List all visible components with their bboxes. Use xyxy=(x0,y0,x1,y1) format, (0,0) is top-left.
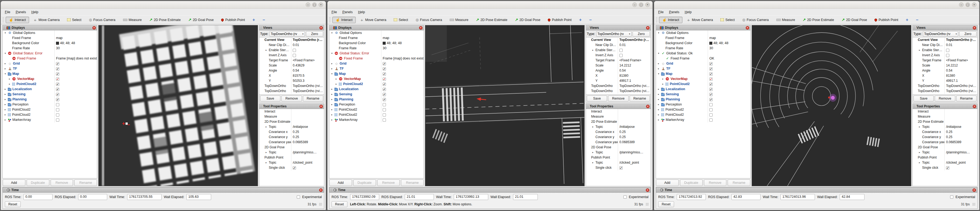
expand-closed-icon[interactable]: ▸ xyxy=(331,117,333,122)
tree-row[interactable]: Covariance x0.25 xyxy=(259,130,324,135)
enable-checkbox[interactable] xyxy=(383,118,386,122)
enable-checkbox[interactable] xyxy=(383,78,386,81)
tree-row[interactable]: Target Frame<Fixed Frame> xyxy=(259,58,324,63)
rename-view-button[interactable]: Rename xyxy=(630,95,650,102)
enable-checkbox[interactable] xyxy=(946,166,949,170)
expand-closed-icon[interactable]: ▸ xyxy=(4,61,7,66)
tree-row[interactable]: Background Color48; 48; 48 xyxy=(656,41,750,46)
tree-row[interactable]: Publish Point xyxy=(586,155,651,160)
expand-closed-icon[interactable]: ▸ xyxy=(265,150,268,155)
close-panel-button[interactable]: × xyxy=(646,105,649,108)
enable-checkbox[interactable] xyxy=(383,108,386,111)
close-panel-button[interactable]: × xyxy=(972,189,976,192)
enable-checkbox[interactable] xyxy=(293,54,296,57)
tree-row[interactable]: ▸Enable Ster… xyxy=(259,48,324,53)
close-panel-button[interactable]: × xyxy=(973,26,976,30)
expand-closed-icon[interactable]: ▸ xyxy=(592,160,594,165)
add-tool-button[interactable] xyxy=(576,16,585,24)
tree-row[interactable]: ▸Sensing xyxy=(656,92,750,97)
expand-open-icon[interactable]: ▾ xyxy=(657,51,660,56)
tree-row[interactable]: Covariance y0.25 xyxy=(913,135,977,140)
tree-row[interactable]: Fixed FrameFrame [map] does not exist xyxy=(3,56,97,61)
tool-button-measure[interactable]: Measure xyxy=(447,17,472,23)
panel-grip-handle[interactable] xyxy=(331,26,332,29)
tree-row[interactable]: Background Color48; 48; 48 xyxy=(329,41,424,46)
time-field-value[interactable]: 0.00 xyxy=(24,194,52,200)
enable-checkbox[interactable] xyxy=(383,93,386,96)
tree-row[interactable]: ▾Global Options xyxy=(3,30,97,35)
menu-item-help[interactable]: Help xyxy=(355,10,368,14)
panel-grip-handle[interactable] xyxy=(657,189,659,192)
expand-closed-icon[interactable]: ▸ xyxy=(918,160,921,165)
tree-row[interactable]: ▸PointCloud2 xyxy=(3,107,97,112)
close-panel-button[interactable]: × xyxy=(419,26,423,30)
tree-row[interactable]: ▸TF xyxy=(656,66,750,71)
enable-checkbox[interactable] xyxy=(710,78,713,81)
resize-grip[interactable] xyxy=(972,203,975,206)
expand-open-icon[interactable]: ▾ xyxy=(331,51,333,56)
tree-row[interactable]: ▸Topic/clicked_point xyxy=(259,160,324,165)
expand-open-icon[interactable]: ▾ xyxy=(4,71,7,76)
tree-row[interactable]: Single click xyxy=(913,165,977,170)
enable-checkbox[interactable] xyxy=(56,103,59,106)
tree-row[interactable]: TopDownOrthoTopDownOrtho (rvi… xyxy=(586,89,651,94)
tree-row[interactable]: ▸PointCloud2 xyxy=(3,112,97,117)
expand-closed-icon[interactable]: ▸ xyxy=(335,81,338,87)
toolbar-drag-handle[interactable] xyxy=(2,17,4,23)
tree-row[interactable]: ▸Planning xyxy=(656,97,750,102)
enable-checkbox[interactable] xyxy=(383,82,386,86)
tree-row[interactable]: Interact xyxy=(259,109,324,114)
tree-row[interactable]: X81570.5 xyxy=(259,73,324,78)
expand-closed-icon[interactable]: ▸ xyxy=(4,92,7,97)
enable-checkbox[interactable] xyxy=(383,88,386,91)
tree-row[interactable]: 2D Pose Estimate xyxy=(586,119,651,124)
menu-item-help[interactable]: Help xyxy=(682,10,694,14)
tree-row[interactable]: Publish Point xyxy=(913,155,977,160)
toolbar-drag-handle[interactable] xyxy=(329,17,331,23)
tree-row[interactable]: 2D Pose Estimate xyxy=(259,119,324,124)
tree-row[interactable]: ▸VectorMap xyxy=(329,76,424,81)
rename-view-button[interactable]: Rename xyxy=(956,95,977,102)
expand-closed-icon[interactable]: ▸ xyxy=(265,48,268,53)
tree-row[interactable]: Fixed Framemap xyxy=(656,35,750,41)
menu-item-panels[interactable]: Panels xyxy=(13,10,28,14)
remove-view-button[interactable]: Remove xyxy=(282,95,302,102)
tree-row[interactable]: ▸Localization xyxy=(3,87,97,92)
tree-row[interactable]: Covariance yaw0.0685389 xyxy=(259,140,324,145)
3d-viewport[interactable] xyxy=(425,25,585,186)
tree-row[interactable]: ▸Topic/clicked_point xyxy=(913,160,977,165)
enable-checkbox[interactable] xyxy=(710,82,713,86)
tree-row[interactable]: ▸Sensing xyxy=(3,92,97,97)
enable-checkbox[interactable] xyxy=(56,98,59,101)
tree-row[interactable]: ▸Topic/initialpose xyxy=(913,124,977,130)
expand-closed-icon[interactable]: ▸ xyxy=(335,76,338,81)
enable-checkbox[interactable] xyxy=(710,108,713,111)
tree-row[interactable]: Scale14.2212 xyxy=(586,63,651,68)
panel-grip-handle[interactable] xyxy=(331,189,332,192)
menu-item-file[interactable]: File xyxy=(656,10,666,14)
expand-open-icon[interactable]: ▾ xyxy=(657,71,660,76)
tree-row[interactable]: ▸Enable Ster… xyxy=(586,48,651,53)
expand-closed-icon[interactable]: ▸ xyxy=(331,107,333,112)
tree-row[interactable]: Y49917.1 xyxy=(913,78,977,83)
tool-button-pose-estimate[interactable]: 2D Pose Estimate xyxy=(146,16,184,23)
remove-tool-button[interactable] xyxy=(259,16,268,24)
enable-checkbox[interactable] xyxy=(946,49,949,52)
panel-grip-handle[interactable] xyxy=(4,26,5,29)
tree-row[interactable]: ▸Grid xyxy=(3,61,97,66)
time-field-value[interactable]: 1761723705.55 xyxy=(127,194,162,200)
reset-button[interactable]: Reset xyxy=(5,201,21,207)
remove-tool-button[interactable] xyxy=(913,16,921,24)
tree-row[interactable]: ▾Global Status: Ok xyxy=(656,51,750,56)
minimize-button[interactable]: – xyxy=(305,2,310,7)
tool-button-select[interactable]: Select xyxy=(717,17,738,23)
tree-row[interactable]: Target Frame<Fixed Frame> xyxy=(913,58,977,63)
expand-closed-icon[interactable]: ▸ xyxy=(331,102,333,107)
close-panel-button[interactable]: × xyxy=(320,105,323,108)
tree-row[interactable]: ▸MarkerArray xyxy=(329,117,424,122)
save-view-button[interactable]: Save xyxy=(260,95,280,102)
tool-button-goal-pose[interactable]: 2D Goal Pose xyxy=(512,16,544,23)
zero-button[interactable]: Zero xyxy=(959,31,977,36)
expand-closed-icon[interactable]: ▸ xyxy=(8,76,11,81)
tree-row[interactable]: Frame Rate30 xyxy=(656,46,750,51)
